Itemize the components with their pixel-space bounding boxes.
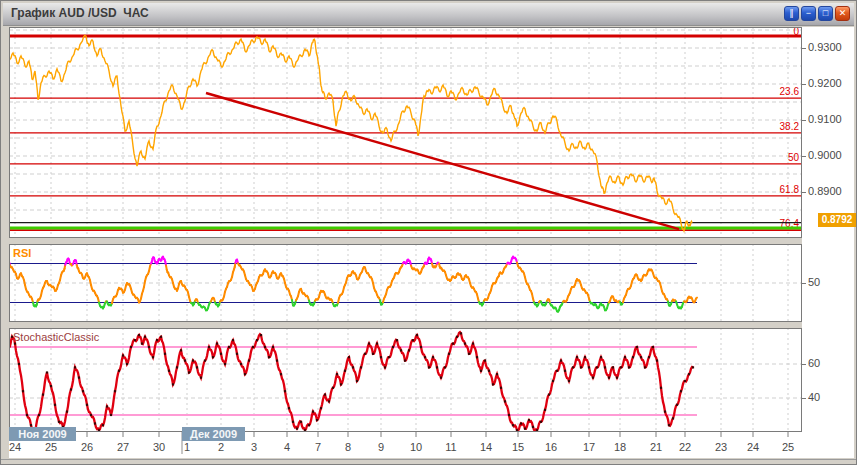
rsi-label: RSI: [13, 247, 31, 259]
date-label-4: 4: [284, 441, 290, 453]
month-badge: Ноя 2009: [9, 427, 76, 441]
time-axis-svg: 2425262730123478910111415161718212223242…: [9, 432, 854, 458]
axis-tick: [802, 283, 806, 284]
price-tick-0.8900: 0.8900: [808, 185, 842, 197]
date-label-7: 7: [315, 441, 321, 453]
fib-label-0: 0: [793, 27, 799, 37]
date-label-26: 26: [81, 441, 93, 453]
fib-label-23.6: 23.6: [780, 86, 800, 97]
price-tick-0.9100: 0.9100: [808, 113, 842, 125]
close-button[interactable]: ✕: [835, 6, 850, 21]
date-label-16: 16: [545, 441, 557, 453]
date-label-10: 10: [410, 441, 422, 453]
axis-tick: [802, 398, 806, 399]
date-label-24: 24: [9, 441, 21, 453]
date-label-24: 24: [747, 441, 759, 453]
date-label-14: 14: [480, 441, 492, 453]
axis-tick: [802, 364, 806, 365]
date-label-25: 25: [45, 441, 57, 453]
month-badge: Дек 2009: [182, 427, 245, 441]
axis-tick: [802, 48, 806, 49]
stochastic-svg: [9, 328, 802, 432]
price-chart-svg: 023.638.25061.876.4: [9, 27, 802, 238]
stoch-tick-60: 60: [808, 357, 820, 369]
rsi-svg: [9, 244, 802, 322]
price-tick-0.9000: 0.9000: [808, 149, 842, 161]
pin-button[interactable]: ∥: [784, 6, 799, 21]
rsi-indicator-panel[interactable]: [9, 244, 802, 322]
date-label-8: 8: [345, 441, 351, 453]
stochastic-indicator-panel[interactable]: [9, 328, 802, 432]
chart-window: График AUD /USD ЧАС ∥−□✕ 023.638.25061.8…: [0, 0, 857, 465]
maximize-button[interactable]: □: [818, 6, 833, 21]
date-label-11: 11: [445, 441, 456, 453]
fib-label-50: 50: [788, 152, 800, 163]
date-label-9: 9: [378, 441, 384, 453]
axis-tick: [802, 156, 806, 157]
date-label-1: 1: [184, 441, 190, 453]
date-label-17: 17: [583, 441, 595, 453]
rsi-tick-50: 50: [808, 276, 820, 288]
axis-tick: [802, 84, 806, 85]
date-label-15: 15: [512, 441, 524, 453]
date-label-2: 2: [218, 441, 224, 453]
titlebar[interactable]: График AUD /USD ЧАС ∥−□✕: [3, 3, 854, 26]
date-label-27: 27: [117, 441, 129, 453]
minimize-button[interactable]: −: [801, 6, 816, 21]
main-price-chart[interactable]: 023.638.25061.876.4: [9, 27, 802, 238]
date-label-18: 18: [614, 441, 626, 453]
window-bottom-frame: [1, 459, 857, 465]
fib-label-38.2: 38.2: [780, 121, 800, 132]
stochastic-label: StochasticClassic: [13, 331, 99, 343]
date-label-22: 22: [679, 441, 691, 453]
date-label-25: 25: [782, 441, 794, 453]
window-title: График AUD /USD ЧАС: [11, 6, 149, 20]
axis-tick: [802, 120, 806, 121]
date-label-21: 21: [650, 441, 662, 453]
titlebar-buttons: ∥−□✕: [784, 6, 850, 21]
date-label-30: 30: [153, 441, 165, 453]
price-tick-0.9200: 0.9200: [808, 77, 842, 89]
date-label-23: 23: [715, 441, 727, 453]
date-label-3: 3: [251, 441, 257, 453]
price-tick-0.9300: 0.9300: [808, 41, 842, 53]
fib-label-61.8: 61.8: [780, 184, 800, 195]
last-price-badge: 0.8792: [818, 213, 856, 227]
stoch-tick-40: 40: [808, 391, 820, 403]
axis-tick: [802, 192, 806, 193]
